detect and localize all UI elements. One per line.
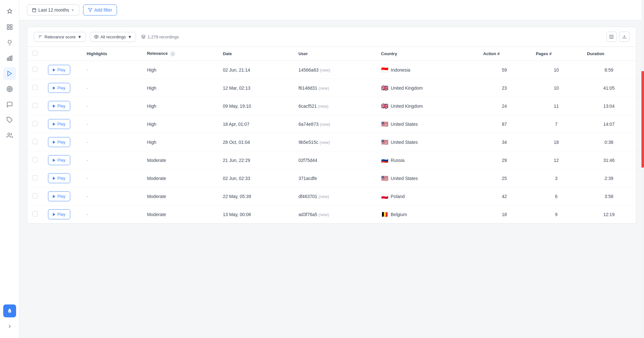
content-area: Relevance score ▼ All recordings ▼ 1,279… (19, 20, 644, 338)
row-select-checkbox[interactable] (33, 193, 38, 198)
play-icon (53, 195, 55, 198)
sidebar-icon-chart[interactable] (3, 52, 16, 65)
row-relevance: High (142, 79, 217, 97)
play-button[interactable]: Play (48, 119, 70, 129)
add-filter-button[interactable]: Add filter (83, 5, 117, 15)
row-actions: 59 (478, 61, 531, 79)
user-id: 371acdfe (298, 176, 317, 181)
row-duration: 2:39 (582, 169, 636, 187)
row-actions: 18 (478, 205, 531, 224)
download-icon (622, 35, 627, 39)
row-checkbox (27, 97, 43, 115)
row-pages: 18 (531, 133, 582, 151)
play-button[interactable]: Play (48, 83, 70, 93)
scrollbar-track (641, 0, 644, 338)
table-toolbar: Relevance score ▼ All recordings ▼ 1,279… (27, 27, 636, 47)
row-relevance: Moderate (142, 151, 217, 169)
sidebar-icon-tag[interactable] (3, 114, 16, 126)
play-label: Play (57, 85, 65, 90)
play-button[interactable]: Play (48, 65, 70, 75)
sidebar-icon-grid[interactable] (3, 21, 16, 34)
row-pages: 6 (531, 187, 582, 205)
svg-point-8 (7, 86, 12, 92)
columns-button[interactable] (606, 32, 617, 42)
country-name: Poland (391, 194, 405, 199)
svg-point-12 (8, 133, 10, 135)
col-duration: Duration (582, 47, 636, 61)
table-row: Play - Moderate 22 May, 05:39 df463701 (… (27, 187, 636, 205)
country-name: Belgium (391, 212, 407, 217)
row-pages: 11 (531, 97, 582, 115)
row-date: 21 Jun, 22:29 (218, 151, 293, 169)
row-select-checkbox[interactable] (33, 67, 38, 72)
row-user: 14566a63 (new) (293, 61, 376, 79)
sidebar-icon-target[interactable] (3, 83, 16, 95)
country-flag: 🇧🇪 (381, 212, 388, 217)
user-id: df463701 (298, 194, 317, 199)
country-name: United States (391, 176, 418, 181)
table-row: Play - Moderate 02 Jun, 02:33 371acdfe 🇺… (27, 169, 636, 187)
row-user: ad3f76a5 (new) (293, 205, 376, 224)
row-play: Play (43, 187, 82, 205)
main-content: Last 12 months ▼ Add filter Relevance sc… (19, 0, 644, 338)
sort-relevance-button[interactable]: Relevance score ▼ (34, 32, 86, 42)
relevance-sort-icon[interactable]: ↓ (170, 51, 175, 56)
play-icon (53, 68, 55, 72)
row-country: 🇧🇪 Belgium (376, 205, 478, 224)
sidebar-icon-rocket[interactable] (3, 5, 16, 18)
scrollbar-thumb[interactable] (641, 71, 644, 168)
play-button[interactable]: Play (48, 137, 70, 147)
col-highlights: Highlights (82, 47, 142, 61)
select-all-checkbox[interactable] (33, 51, 38, 56)
row-relevance: Moderate (142, 169, 217, 187)
download-button[interactable] (619, 32, 630, 42)
play-button[interactable]: Play (48, 155, 70, 165)
sidebar-collapse-btn[interactable] (3, 320, 16, 333)
columns-icon (609, 35, 614, 39)
svg-rect-13 (33, 8, 36, 12)
col-pages: Pages # (531, 47, 582, 61)
row-select-checkbox[interactable] (33, 103, 38, 108)
country-flag: 🇺🇸 (381, 121, 388, 127)
add-filter-label: Add filter (94, 7, 112, 13)
row-duration: 8:59 (582, 61, 636, 79)
row-user: df463701 (new) (293, 187, 376, 205)
play-button[interactable]: Play (48, 101, 70, 111)
row-duration: 12:19 (582, 205, 636, 224)
play-icon (53, 123, 55, 126)
play-label: Play (57, 122, 65, 126)
row-select-checkbox[interactable] (33, 121, 38, 126)
sidebar-icon-recordings[interactable] (3, 67, 16, 80)
user-new-badge: (new) (320, 68, 331, 73)
row-country: 🇵🇱 Poland (376, 187, 478, 205)
row-country: 🇺🇸 United States (376, 133, 478, 151)
row-select-checkbox[interactable] (33, 85, 38, 90)
row-checkbox (27, 205, 43, 224)
sidebar-icon-users[interactable] (3, 129, 16, 142)
row-checkbox (27, 61, 43, 79)
play-button[interactable]: Play (48, 209, 70, 219)
play-button[interactable]: Play (48, 173, 70, 183)
row-select-checkbox[interactable] (33, 175, 38, 180)
row-pages: 7 (531, 115, 582, 133)
row-select-checkbox[interactable] (33, 157, 38, 162)
sidebar (0, 0, 19, 338)
row-checkbox (27, 151, 43, 169)
col-checkbox (27, 47, 43, 61)
sidebar-icon-lightbulb[interactable] (3, 36, 16, 49)
count-label: 1,279 recordings (148, 35, 179, 39)
row-select-checkbox[interactable] (33, 139, 38, 144)
row-highlights: - (82, 61, 142, 79)
country-flag: 🇬🇧 (381, 103, 388, 109)
user-new-badge: (new) (320, 122, 331, 127)
row-relevance: High (142, 61, 217, 79)
recordings-filter-button[interactable]: All recordings ▼ (90, 32, 136, 42)
table-row: Play - Moderate 13 May, 00:06 ad3f76a5 (… (27, 205, 636, 224)
sidebar-icon-chat[interactable] (3, 98, 16, 111)
date-filter-button[interactable]: Last 12 months ▼ (27, 5, 79, 15)
row-date: 02 Jun, 02:33 (218, 169, 293, 187)
row-highlights: - (82, 97, 142, 115)
sidebar-launch-btn[interactable] (3, 304, 16, 317)
row-select-checkbox[interactable] (33, 211, 38, 216)
play-button[interactable]: Play (48, 191, 70, 201)
